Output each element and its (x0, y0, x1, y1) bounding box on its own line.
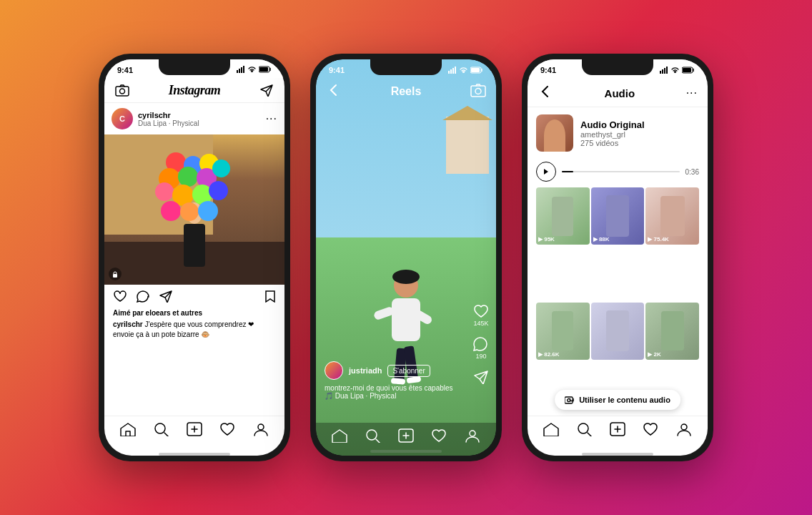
nav-home-1[interactable] (120, 422, 136, 440)
video-thumb-5[interactable] (591, 303, 645, 360)
svg-line-10 (164, 433, 169, 436)
svg-point-37 (578, 423, 588, 433)
svg-rect-2 (241, 67, 242, 73)
nav-profile-1[interactable] (253, 422, 269, 440)
phone-reels: 9:41 Reels 145K 190 (310, 54, 502, 461)
post-actions (104, 285, 284, 308)
share-button[interactable] (159, 290, 173, 305)
caption-username: cyrilschr (113, 320, 143, 328)
reels-bottom-nav (316, 423, 496, 456)
audio-title: Audio (605, 87, 635, 99)
reel-avatar (325, 361, 343, 380)
video-thumb-4[interactable]: ▶ 82.6K (536, 303, 590, 360)
audio-author: amethyst_grl (580, 130, 645, 139)
svg-rect-17 (452, 68, 454, 74)
audio-thumbnail (536, 114, 573, 152)
post-actions-left (113, 290, 173, 305)
nav-search-3[interactable] (577, 422, 593, 440)
video-count-2: ▶ 88K (593, 236, 610, 242)
audio-name: Audio Original (580, 119, 645, 130)
use-audio-button[interactable]: Utiliser le contenu audio (555, 390, 680, 410)
post-song: Dua Lipa · Physical (138, 119, 199, 127)
liked-by-text: Aimé par eloears et autres (104, 308, 284, 318)
nav-add-2[interactable] (398, 428, 414, 446)
post-caption: cyrilschr J'espère que vous comprendrez … (104, 318, 284, 343)
svg-point-42 (681, 424, 687, 430)
wifi-icon-3 (670, 67, 680, 74)
reels-back-button[interactable] (326, 82, 342, 101)
home-indicator-1 (159, 453, 230, 456)
reel-caption: montrez-moi de quoi vous êtes capables 🎵… (325, 384, 487, 400)
svg-rect-35 (565, 397, 573, 403)
post-header: C cyrilschr Dua Lipa · Physical ··· (104, 103, 284, 134)
progress-bar[interactable] (562, 171, 680, 172)
nav-heart-2[interactable] (431, 428, 447, 446)
like-button[interactable] (113, 290, 127, 305)
audio-duration: 0:36 (685, 168, 699, 176)
svg-rect-34 (683, 68, 691, 72)
wifi-icon-1 (247, 66, 257, 74)
svg-point-7 (120, 89, 125, 94)
video-thumb-1[interactable]: ▶ 95K (536, 187, 590, 245)
reel-like[interactable]: 145K (473, 304, 489, 327)
reels-title: Reels (391, 85, 422, 98)
svg-line-24 (376, 439, 380, 443)
nav-heart-1[interactable] (219, 422, 235, 440)
signal-icon-3 (660, 67, 668, 74)
reels-header: Reels (316, 78, 496, 105)
video-thumb-2[interactable]: ▶ 88K (591, 187, 645, 245)
video-thumb-6[interactable]: ▶ 2K (645, 303, 699, 360)
nav-home-3[interactable] (543, 422, 559, 440)
status-time-3: 9:41 (540, 66, 556, 74)
video-count-6: ▶ 2K (648, 351, 660, 358)
nav-add-3[interactable] (610, 422, 625, 440)
video-count-4: ▶ 82.6K (538, 351, 560, 358)
dm-button[interactable] (259, 82, 274, 98)
svg-rect-32 (666, 67, 668, 74)
phone-instagram-feed: 9:41 Instagr (99, 54, 290, 461)
audio-back-button[interactable] (538, 84, 553, 102)
nav-profile-2[interactable] (465, 428, 480, 446)
signal-icon-1 (237, 66, 245, 74)
video-thumb-3[interactable]: ▶ 75.4K (645, 187, 699, 245)
audio-info: Audio Original amethyst_grl 275 vidéos (528, 107, 708, 159)
svg-point-22 (475, 89, 481, 94)
audio-player: 0:36 (528, 159, 708, 187)
wifi-icon-2 (459, 67, 468, 74)
status-bar-2: 9:41 (316, 59, 496, 78)
audio-more-button[interactable]: ··· (686, 87, 698, 99)
svg-rect-6 (116, 87, 129, 96)
reel-username: justriadh (349, 366, 382, 375)
comment-button[interactable] (136, 290, 150, 305)
save-button[interactable] (264, 290, 276, 305)
reel-subscribe-button[interactable]: S'abonner (387, 365, 430, 377)
reels-camera-button[interactable] (470, 83, 486, 100)
svg-point-9 (155, 423, 165, 433)
nav-search-1[interactable] (154, 422, 169, 440)
svg-rect-18 (455, 67, 456, 74)
video-grid: ▶ 95K ▶ 88K ▶ 75.4K ▶ 82.6K (528, 187, 708, 416)
nav-heart-3[interactable] (643, 422, 658, 440)
nav-search-2[interactable] (365, 428, 381, 446)
svg-rect-31 (664, 68, 665, 74)
post-user-row[interactable]: C cyrilschr Dua Lipa · Physical (112, 108, 199, 129)
post-user-info: cyrilschr Dua Lipa · Physical (138, 111, 199, 127)
post-lock-icon (109, 268, 122, 280)
video-count-1: ▶ 95K (538, 236, 555, 242)
video-count-3: ▶ 75.4K (648, 236, 669, 242)
nav-profile-3[interactable] (676, 422, 692, 440)
home-indicator-3 (582, 453, 653, 456)
play-button[interactable] (536, 162, 556, 182)
balloon-cluster (104, 134, 284, 285)
svg-rect-3 (243, 66, 244, 73)
camera-button[interactable] (114, 82, 130, 98)
battery-icon-1 (259, 66, 272, 74)
instagram-header: Instagram (104, 78, 284, 103)
phone-notch-3 (582, 59, 653, 75)
post-more-button[interactable]: ··· (266, 112, 277, 125)
svg-point-28 (470, 431, 475, 436)
nav-home-2[interactable] (332, 428, 347, 446)
audio-meta: Audio Original amethyst_grl 275 vidéos (580, 119, 645, 147)
svg-rect-5 (259, 67, 268, 72)
nav-add-1[interactable] (187, 422, 202, 440)
